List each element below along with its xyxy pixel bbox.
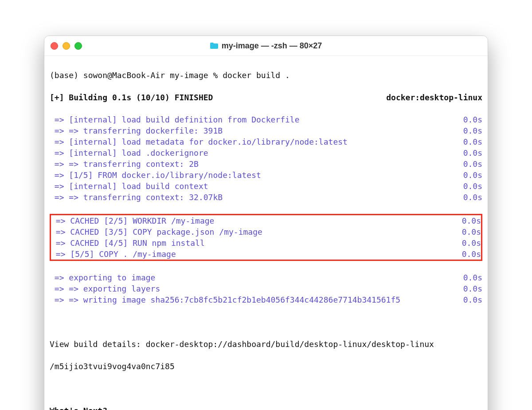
build-step: => => transferring context: 2B0.0s bbox=[46, 158, 486, 170]
terminal-window: my-image — -zsh — 80×27 (base) sowon@Mac… bbox=[44, 35, 488, 410]
build-step: => CACHED [3/5] COPY package.json /my-im… bbox=[51, 226, 481, 237]
window-title: my-image — -zsh — 80×27 bbox=[44, 41, 488, 51]
build-step-text: => CACHED [3/5] COPY package.json /my-im… bbox=[51, 226, 454, 237]
build-step-text: => [internal] load build definition from… bbox=[50, 114, 456, 125]
highlight-box: => CACHED [2/5] WORKDIR /my-image0.0s =>… bbox=[50, 214, 482, 261]
build-step-time: 0.0s bbox=[454, 215, 481, 226]
build-step-time: 0.0s bbox=[456, 114, 482, 125]
build-step: => => exporting layers0.0s bbox=[46, 283, 486, 294]
view-details-2: /m5ijio3tvui9vog4va0nc7i85 bbox=[50, 361, 482, 372]
build-step-text: => CACHED [4/5] RUN npm install bbox=[51, 237, 454, 248]
build-step-text: => [internal] load .dockerignore bbox=[50, 147, 456, 158]
build-step-time: 0.0s bbox=[456, 125, 482, 136]
prompt-line: (base) sowon@MacBook-Air my-image % dock… bbox=[50, 70, 482, 81]
build-step: => => transferring dockerfile: 391B0.0s bbox=[46, 125, 486, 136]
build-step: => CACHED [4/5] RUN npm install0.0s bbox=[51, 237, 481, 248]
build-step: => => transferring context: 32.07kB0.0s bbox=[46, 192, 486, 203]
build-step-time: 0.0s bbox=[456, 272, 482, 283]
build-step-text: => => writing image sha256:7cb8fc5b21cf2… bbox=[50, 294, 456, 305]
build-step-text: => => transferring dockerfile: 391B bbox=[50, 125, 456, 136]
build-step: => CACHED [2/5] WORKDIR /my-image0.0s bbox=[51, 215, 481, 226]
close-icon[interactable] bbox=[51, 42, 58, 50]
build-step-time: 0.0s bbox=[456, 170, 482, 181]
build-step-text: => exporting to image bbox=[50, 272, 456, 283]
whats-next-heading: What's Next? bbox=[50, 405, 482, 410]
titlebar: my-image — -zsh — 80×27 bbox=[44, 36, 488, 56]
build-step-time: 0.0s bbox=[454, 237, 481, 248]
build-status: [+] Building 0.1s (10/10) FINISHED bbox=[50, 92, 386, 103]
build-step: => [1/5] FROM docker.io/library/node:lat… bbox=[46, 170, 486, 181]
build-step: => exporting to image0.0s bbox=[46, 272, 486, 283]
build-step-text: => => transferring context: 2B bbox=[50, 158, 456, 170]
build-step-time: 0.0s bbox=[454, 248, 481, 260]
build-step-text: => CACHED [2/5] WORKDIR /my-image bbox=[51, 215, 454, 226]
build-step-time: 0.0s bbox=[456, 147, 482, 158]
build-driver: docker:desktop-linux bbox=[386, 92, 482, 103]
build-step-time: 0.0s bbox=[456, 283, 482, 294]
window-title-text: my-image — -zsh — 80×27 bbox=[222, 41, 322, 51]
build-step: => [internal] load metadata for docker.i… bbox=[46, 136, 486, 147]
build-step-time: 0.0s bbox=[456, 158, 482, 170]
minimize-icon[interactable] bbox=[63, 42, 70, 50]
window-controls bbox=[51, 42, 82, 50]
build-step-time: 0.0s bbox=[456, 294, 482, 305]
build-step: => [internal] load build context0.0s bbox=[46, 181, 486, 192]
build-step-text: => [internal] load build context bbox=[50, 181, 456, 192]
view-details: View build details: docker-desktop://das… bbox=[50, 339, 482, 350]
build-step-text: => => exporting layers bbox=[50, 283, 456, 294]
build-step: => => writing image sha256:7cb8fc5b21cf2… bbox=[46, 294, 486, 305]
build-step-time: 0.0s bbox=[456, 181, 482, 192]
build-step: => [5/5] COPY . /my-image0.0s bbox=[51, 248, 481, 260]
build-step: => [internal] load build definition from… bbox=[46, 114, 486, 125]
folder-icon bbox=[210, 43, 218, 49]
build-step: => [internal] load .dockerignore0.0s bbox=[46, 147, 486, 158]
maximize-icon[interactable] bbox=[74, 42, 82, 50]
build-step-text: => [internal] load metadata for docker.i… bbox=[50, 136, 456, 147]
terminal-content[interactable]: (base) sowon@MacBook-Air my-image % dock… bbox=[44, 56, 488, 410]
build-step-text: => [5/5] COPY . /my-image bbox=[51, 248, 454, 260]
build-step-text: => => transferring context: 32.07kB bbox=[50, 192, 456, 203]
build-step-time: 0.0s bbox=[456, 192, 482, 203]
build-step-time: 0.0s bbox=[456, 136, 482, 147]
build-step-text: => [1/5] FROM docker.io/library/node:lat… bbox=[50, 170, 456, 181]
build-step-time: 0.0s bbox=[454, 226, 481, 237]
